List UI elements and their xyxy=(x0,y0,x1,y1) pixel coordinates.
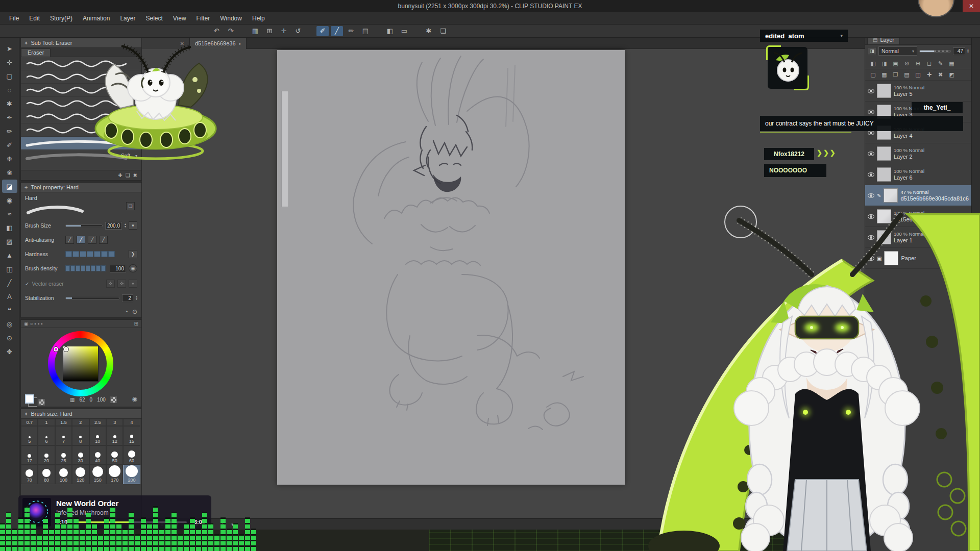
clip-to-layer-icon[interactable]: ◧ xyxy=(868,59,878,68)
show-all-settings-icon[interactable]: ⊙ xyxy=(132,308,137,315)
tool-operation[interactable]: ➤ xyxy=(2,42,17,55)
tool-decoration[interactable]: ❀ xyxy=(2,166,17,179)
brush-size-3[interactable]: 3 xyxy=(106,419,123,426)
brush-size-6[interactable]: 6 xyxy=(38,426,55,445)
layer-thumbnail[interactable] xyxy=(877,230,891,244)
tool-figure[interactable]: ▲ xyxy=(2,248,17,262)
brush-size-1[interactable]: 1 xyxy=(38,419,55,426)
undo-icon[interactable]: ↶ xyxy=(210,26,223,36)
brush-size-5[interactable]: 5 xyxy=(21,426,38,445)
menu-file[interactable]: File xyxy=(4,12,24,24)
brush-size-150[interactable]: 150 xyxy=(89,465,106,484)
merge-icon[interactable]: ✚ xyxy=(924,70,934,80)
brush-size-100[interactable]: 100 xyxy=(55,465,72,484)
menu-layer[interactable]: Layer xyxy=(115,12,140,24)
menu-window[interactable]: Window xyxy=(215,12,247,24)
fill-icon[interactable]: ◧ xyxy=(384,26,396,36)
snap-special-ruler-icon[interactable]: ✛ xyxy=(278,26,290,36)
menu-select[interactable]: Select xyxy=(140,12,167,24)
tab-close-icon[interactable]: ✕ xyxy=(180,41,184,46)
tool-text[interactable]: A xyxy=(2,290,17,303)
grid-icon[interactable]: ▦ xyxy=(249,26,261,36)
menu-edit[interactable]: Edit xyxy=(24,12,45,24)
onion-skin-button[interactable]: ▾ xyxy=(230,522,235,527)
layer-row[interactable]: ▣Paper xyxy=(865,248,971,269)
reference-set-icon[interactable]: ▦ xyxy=(947,59,957,68)
enable-mask-icon[interactable]: ◻ xyxy=(924,59,934,68)
menu-animation[interactable]: Animation xyxy=(78,12,115,24)
brush-size-7[interactable]: 7 xyxy=(55,426,72,445)
density-pressure-button[interactable]: ◉ xyxy=(129,264,137,272)
layer-row[interactable]: 100 % Normald515e6b669e3045cda81c643e0eb xyxy=(865,206,971,227)
hardness-expand-button[interactable]: ❯ xyxy=(129,250,137,258)
stabilization-value[interactable]: 2 xyxy=(122,294,133,302)
brush-size-120[interactable]: 120 xyxy=(72,465,89,484)
brush-size-30[interactable]: 30 xyxy=(72,445,89,465)
tool-airbrush[interactable]: ❉ xyxy=(2,152,17,165)
tool-lasso[interactable]: ◌ xyxy=(2,83,17,96)
stabilization-spinner[interactable]: ▴▾ xyxy=(136,295,137,300)
selection-pen-icon[interactable]: ✐ xyxy=(316,26,329,36)
blend-icon-button[interactable]: ◨ xyxy=(868,47,876,55)
brush-size-spinner[interactable]: ▴▾ xyxy=(125,223,126,228)
tool-pen[interactable]: ✒ xyxy=(2,111,17,124)
delete-layer-icon[interactable]: ✖ xyxy=(936,70,945,80)
visibility-eye-icon[interactable] xyxy=(868,110,874,114)
add-subtool-icon[interactable]: ✚ xyxy=(118,172,122,178)
workspace-icon[interactable]: ❏ xyxy=(437,26,449,36)
subtool-item[interactable] xyxy=(21,84,141,97)
tool-pencil[interactable]: ✏ xyxy=(2,124,17,138)
layer-thumbnail[interactable] xyxy=(884,188,898,203)
brush-size-170[interactable]: 170 xyxy=(106,465,123,484)
menu-help[interactable]: Help xyxy=(247,12,270,24)
subtool-item[interactable] xyxy=(21,137,141,150)
tool-eraser[interactable]: ◪ xyxy=(2,180,17,193)
tool-property-header[interactable]: ✦ Tool property: Hard xyxy=(21,183,141,192)
draft-layer-icon[interactable]: ▣ xyxy=(891,59,900,68)
hue-cursor[interactable] xyxy=(54,347,58,352)
aa-strong-button[interactable]: ╱ xyxy=(99,236,108,244)
brush-size-slider[interactable] xyxy=(65,224,103,227)
hardness-slider[interactable] xyxy=(65,251,126,257)
subtool-item[interactable] xyxy=(21,70,141,84)
visibility-eye-icon[interactable] xyxy=(868,152,874,156)
brush-size-15[interactable]: 15 xyxy=(123,426,140,445)
brush-size-80[interactable]: 80 xyxy=(38,465,55,484)
brush-size-200[interactable]: 200 xyxy=(123,465,140,484)
new-folder-icon[interactable]: ❐ xyxy=(891,70,900,80)
subtool-group-tab-eraser[interactable]: Eraser xyxy=(21,48,51,57)
brush-size-12[interactable]: 12 xyxy=(106,426,123,445)
rotate-view-icon[interactable]: ↺ xyxy=(292,26,304,36)
duplicate-subtool-icon[interactable]: ❏ xyxy=(126,172,130,178)
tool-gradient[interactable]: ▨ xyxy=(2,235,17,248)
main-color-swatch[interactable] xyxy=(25,394,34,404)
page-manager-icon[interactable]: ▤ xyxy=(359,26,372,36)
layer-row[interactable]: ✎47 % Normald515e6b669e3045cda81c643e0eb xyxy=(865,185,971,206)
document-tab-active[interactable]: d515e6b669e36 ● xyxy=(190,38,247,49)
tool-move-layer[interactable]: ✛ xyxy=(2,56,17,69)
tool-marquee[interactable]: ▢ xyxy=(2,69,17,83)
blend-mode-dropdown[interactable]: Normal ▾ xyxy=(878,46,917,56)
brush-size-10[interactable]: 10 xyxy=(89,426,106,445)
brush-size-25[interactable]: 25 xyxy=(55,445,72,465)
opacity-slider[interactable] xyxy=(919,50,951,53)
visibility-eye-icon[interactable] xyxy=(868,172,874,177)
visibility-eye-icon[interactable] xyxy=(868,235,874,240)
brush-size-dropdown[interactable]: ▾ xyxy=(129,221,137,230)
tool-blend[interactable]: ◉ xyxy=(2,193,17,207)
chevron-down-icon[interactable]: ▾ xyxy=(840,33,843,38)
transfer-down-icon[interactable]: ▤ xyxy=(902,70,912,80)
combine-down-icon[interactable]: ◫ xyxy=(913,70,923,80)
brush-density-slider[interactable] xyxy=(65,265,107,271)
brush-size-50[interactable]: 50 xyxy=(106,445,123,465)
ruler-visibility-icon[interactable]: ✎ xyxy=(936,59,945,68)
reset-tool-icon[interactable]: ◔ xyxy=(125,308,128,315)
layer-row[interactable]: 100 % NormalLayer 6 xyxy=(865,164,971,185)
sv-cursor[interactable] xyxy=(64,347,68,352)
color-panel-menu-icon[interactable]: ⊞ xyxy=(134,321,138,327)
subtool-panel-header[interactable]: ✦ Sub Tool: Eraser xyxy=(21,38,141,48)
menu-storyp[interactable]: Story(P) xyxy=(45,12,78,24)
tool-ruler[interactable]: ╱ xyxy=(2,276,17,289)
opacity-value[interactable]: 47 xyxy=(953,47,965,55)
layer-thumbnail[interactable] xyxy=(877,209,891,223)
